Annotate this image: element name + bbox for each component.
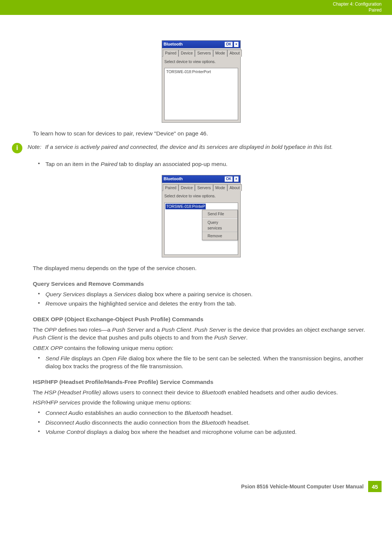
bullet-item: Connect Audio establishes an audio conne… (33, 409, 370, 417)
bullet-item: Disconnect Audio disconnects the audio c… (33, 419, 370, 427)
bluetooth-paired-screenshot: Bluetooth OK × Paired Device Servers Mod… (162, 40, 241, 123)
subheading: OBEX OPP (Object Exchange-Object Push Pr… (33, 315, 370, 323)
tab-device: Device (178, 184, 195, 191)
tab-paired: Paired (163, 184, 178, 191)
page-number: 45 (368, 481, 382, 492)
info-icon: i (12, 143, 22, 153)
list-item: TORSWE-018:PrinterPort (165, 69, 237, 75)
instruction-text: Select device to view options. (164, 193, 238, 199)
tab-strip: Paired Device Servers Mode About (162, 48, 240, 56)
body-text: The displayed menu depends on the type o… (33, 264, 370, 272)
note-callout: i Note: If a service is actively paired … (12, 143, 370, 153)
section-label: Paired (333, 7, 382, 13)
tab-servers: Servers (195, 184, 213, 191)
tab-strip: Paired Device Servers Mode About (162, 183, 240, 191)
close-button: × (234, 176, 239, 182)
tab-mode: Mode (213, 50, 227, 57)
tab-device: Device (178, 50, 195, 57)
list-item-selected: TORSWE-018:PrinteP (165, 204, 206, 209)
tab-about: About (227, 50, 242, 57)
menu-remove: Remove (202, 232, 237, 240)
manual-title: Psion 8516 Vehicle-Mount Computer User M… (241, 484, 364, 489)
instruction-text: Select device to view options. (164, 59, 238, 65)
device-list: TORSWE-018:PrinteP Send File Query servi… (164, 203, 238, 255)
menu-query-services: Query services (202, 218, 237, 232)
subheading: HSP/HFP (Headset Profile/Hands-Free Prof… (33, 378, 370, 386)
body-text: HSP/HFP services provide the following u… (33, 398, 370, 407)
bullet-item: Tap on an item in the Paired tab to disp… (33, 160, 370, 168)
close-button: × (234, 41, 239, 47)
subheading: Query Services and Remove Commands (33, 280, 370, 288)
body-text: The OPP defines two roles—a Push Server … (33, 326, 370, 342)
tab-servers: Servers (195, 50, 213, 57)
bullet-item: Send File displays an Open File dialog b… (33, 354, 370, 370)
context-menu: Send File Query services Remove (202, 210, 238, 240)
page-content: Bluetooth OK × Paired Device Servers Mod… (0, 15, 392, 436)
bullet-item: Query Services displays a Services dialo… (33, 290, 370, 298)
window-title: Bluetooth (164, 41, 183, 47)
chapter-label: Chapter 4: Configuration (333, 1, 382, 7)
body-text: The HSP (Headset Profile) allows users t… (33, 388, 370, 397)
body-text: OBEX OPP contains the following unique m… (33, 344, 370, 352)
window-title: Bluetooth (164, 176, 183, 182)
bullet-item: Remove unpairs the highlighted service a… (33, 300, 370, 308)
menu-send-file: Send File (202, 210, 237, 218)
device-list: TORSWE-018:PrinterPort (164, 68, 238, 120)
page-header-bar: Chapter 4: Configuration Paired (0, 0, 392, 15)
bullet-item: Volume Control displays a dialog box whe… (33, 428, 370, 436)
note-text: If a service is actively paired and conn… (45, 143, 333, 151)
note-label: Note: (28, 143, 41, 151)
tab-paired: Paired (163, 50, 178, 57)
body-text: To learn how to scan for devices to pair… (33, 129, 370, 138)
ok-button: OK (224, 41, 233, 47)
tab-body: Select device to view options. TORSWE-01… (162, 56, 240, 123)
ok-button: OK (224, 176, 233, 182)
tab-about: About (227, 184, 242, 191)
window-titlebar: Bluetooth OK × (162, 41, 240, 48)
tab-mode: Mode (213, 184, 227, 191)
tab-body: Select device to view options. TORSWE-01… (162, 191, 240, 257)
window-titlebar: Bluetooth OK × (162, 175, 240, 183)
header-text: Chapter 4: Configuration Paired (333, 1, 382, 13)
bluetooth-popup-screenshot: Bluetooth OK × Paired Device Servers Mod… (162, 175, 241, 257)
page-footer: Psion 8516 Vehicle-Mount Computer User M… (0, 481, 392, 501)
